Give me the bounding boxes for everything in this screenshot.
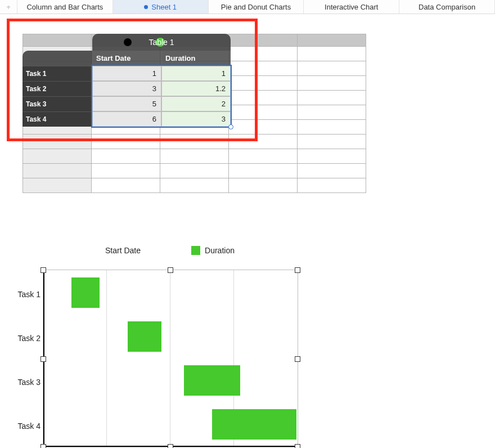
tab-sheet-1[interactable]: Sheet 1 bbox=[113, 0, 209, 14]
legend-item-start-date[interactable]: Start Date bbox=[105, 246, 141, 255]
tab-column-bar-charts[interactable]: Column and Bar Charts bbox=[17, 0, 113, 14]
series-color-dot-black-icon bbox=[124, 38, 132, 46]
chart-bar-task4[interactable] bbox=[212, 409, 296, 440]
legend-swatch-icon bbox=[191, 246, 200, 255]
tab-label: Pie and Donut Charts bbox=[221, 3, 291, 11]
chart-bar-task3[interactable] bbox=[184, 365, 240, 396]
table-header-row: Start Date Duration bbox=[22, 51, 231, 66]
header-duration[interactable]: Duration bbox=[161, 51, 231, 66]
tab-data-comparison[interactable]: Data Comparison bbox=[399, 0, 495, 14]
tab-label: Data Comparison bbox=[418, 3, 475, 11]
tab-label: Interactive Chart bbox=[325, 3, 378, 11]
table-title-bar[interactable]: Table 1 bbox=[92, 34, 231, 51]
legend-item-duration[interactable]: Duration bbox=[191, 246, 235, 255]
chart-bar-task1[interactable] bbox=[71, 277, 100, 308]
chart-plot-area[interactable] bbox=[43, 270, 298, 447]
chart-resize-handle[interactable] bbox=[295, 356, 300, 362]
add-sheet-button[interactable]: + bbox=[0, 0, 17, 14]
active-tab-dot-icon bbox=[144, 5, 148, 9]
header-empty[interactable] bbox=[22, 51, 92, 66]
legend-label: Start Date bbox=[105, 246, 141, 255]
chart-resize-handle[interactable] bbox=[295, 267, 300, 273]
tab-label: Sheet 1 bbox=[151, 3, 177, 11]
y-axis-label: Task 3 bbox=[12, 378, 40, 387]
y-axis-label: Task 2 bbox=[12, 334, 40, 343]
chart-resize-handle[interactable] bbox=[295, 444, 300, 448]
sheet-tab-bar: + Column and Bar Charts Sheet 1 Pie and … bbox=[0, 0, 495, 14]
tab-pie-donut-charts[interactable]: Pie and Donut Charts bbox=[209, 0, 304, 14]
table-title: Table 1 bbox=[148, 38, 174, 47]
tab-label: Column and Bar Charts bbox=[26, 3, 103, 11]
y-axis-label: Task 4 bbox=[12, 422, 40, 431]
chart-resize-handle[interactable] bbox=[40, 444, 46, 448]
row-name-cell[interactable]: Task 1 bbox=[22, 66, 92, 81]
row-name-cell[interactable]: Task 2 bbox=[22, 81, 92, 96]
chart-bar-task2[interactable] bbox=[128, 321, 161, 352]
tab-interactive-chart[interactable]: Interactive Chart bbox=[304, 0, 399, 14]
workspace: Table 1 Start Date Duration Task 1 1 1 T… bbox=[0, 14, 495, 448]
row-name-cell[interactable]: Task 3 bbox=[22, 96, 92, 111]
gantt-chart[interactable]: Start Date Duration Task 1 Task 2 Task 3… bbox=[12, 246, 327, 447]
chart-resize-handle[interactable] bbox=[40, 267, 46, 273]
row-name-cell[interactable]: Task 4 bbox=[22, 111, 92, 127]
selection-handle[interactable] bbox=[228, 124, 233, 129]
header-start-date[interactable]: Start Date bbox=[92, 51, 161, 66]
chart-legend: Start Date Duration bbox=[12, 246, 327, 255]
y-axis-label: Task 1 bbox=[12, 290, 40, 299]
gridline bbox=[170, 270, 170, 447]
gridline bbox=[106, 270, 107, 447]
legend-label: Duration bbox=[205, 246, 235, 255]
selection-rectangle bbox=[92, 66, 231, 127]
chart-resize-handle[interactable] bbox=[168, 267, 173, 273]
chart-resize-handle[interactable] bbox=[168, 444, 173, 448]
chart-resize-handle[interactable] bbox=[40, 356, 46, 362]
